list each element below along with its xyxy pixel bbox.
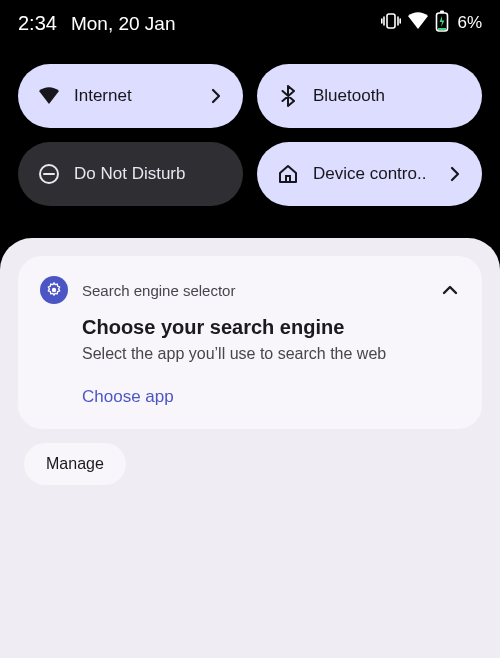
chevron-up-icon[interactable] — [440, 280, 460, 300]
clock: 2:34 — [18, 12, 57, 35]
svg-rect-0 — [387, 14, 395, 28]
wifi-icon — [407, 12, 429, 34]
qs-tile-label: Device contro.. — [313, 164, 432, 184]
notification-body: Choose your search engine Select the app… — [40, 304, 460, 407]
qs-tile-label: Internet — [74, 86, 193, 106]
chevron-right-icon — [446, 165, 464, 183]
chevron-right-icon — [207, 87, 225, 105]
qs-tile-bluetooth[interactable]: Bluetooth — [257, 64, 482, 128]
vibrate-icon — [381, 12, 401, 34]
dnd-icon — [38, 163, 60, 185]
svg-rect-6 — [286, 176, 290, 182]
wifi-icon — [38, 85, 60, 107]
battery-percent: 6% — [457, 13, 482, 33]
home-icon — [277, 163, 299, 185]
bluetooth-icon — [277, 85, 299, 107]
notification-header: Search engine selector — [40, 276, 460, 304]
svg-rect-2 — [440, 11, 444, 14]
notification-shade: Search engine selector Choose your searc… — [0, 238, 500, 658]
status-date: Mon, 20 Jan — [71, 13, 176, 35]
manage-button[interactable]: Manage — [24, 443, 126, 485]
qs-tile-dnd[interactable]: Do Not Disturb — [18, 142, 243, 206]
qs-tile-device-controls[interactable]: Device contro.. — [257, 142, 482, 206]
quick-settings-grid: Internet Bluetooth Do Not Disturb Device… — [0, 42, 500, 206]
notification-action[interactable]: Choose app — [82, 387, 174, 407]
svg-point-7 — [52, 288, 56, 292]
qs-tile-internet[interactable]: Internet — [18, 64, 243, 128]
status-bar: 2:34 Mon, 20 Jan 6% — [0, 0, 500, 42]
qs-tile-label: Do Not Disturb — [74, 164, 225, 184]
gear-icon — [40, 276, 68, 304]
svg-rect-3 — [438, 28, 446, 30]
status-right: 6% — [381, 10, 482, 36]
notification-app-name: Search engine selector — [82, 282, 426, 299]
battery-icon — [435, 10, 449, 36]
notification-text: Select the app you’ll use to search the … — [82, 345, 460, 363]
notification-title: Choose your search engine — [82, 316, 460, 339]
qs-tile-label: Bluetooth — [313, 86, 464, 106]
status-left: 2:34 Mon, 20 Jan — [18, 12, 176, 35]
notification-card[interactable]: Search engine selector Choose your searc… — [18, 256, 482, 429]
notification-footer: Manage — [18, 429, 482, 499]
